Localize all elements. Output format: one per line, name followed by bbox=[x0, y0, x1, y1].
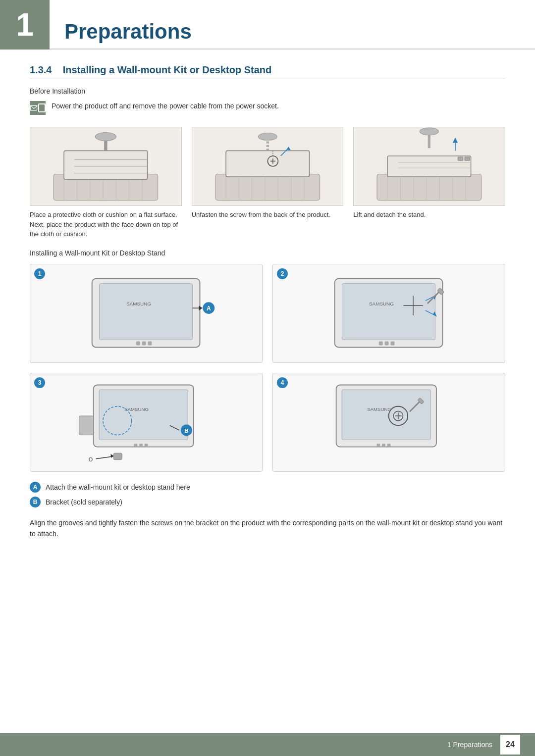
note-box: Power the product off and remove the pow… bbox=[30, 101, 505, 115]
main-content: 1.3.4 Installing a Wall-mount Kit or Des… bbox=[0, 64, 535, 579]
svg-text:A: A bbox=[207, 305, 211, 312]
chapter-number-block: 1 bbox=[0, 0, 50, 50]
svg-marker-56 bbox=[199, 306, 203, 311]
svg-text:SAMSUNG: SAMSUNG bbox=[369, 302, 394, 307]
step-3-content: SAMSUNG B O bbox=[30, 373, 262, 471]
step-badge-2: 2 bbox=[277, 268, 288, 279]
svg-rect-87 bbox=[114, 454, 122, 460]
section-title: Installing a Wall-mount Kit or Desktop S… bbox=[63, 64, 272, 75]
svg-rect-83 bbox=[79, 416, 94, 435]
section-heading: 1.3.4 Installing a Wall-mount Kit or Des… bbox=[30, 64, 505, 79]
wall-mount-label: Installing a Wall-mount Kit or Desktop S… bbox=[30, 249, 505, 257]
svg-rect-92 bbox=[382, 444, 386, 447]
legend-item-b: B Bracket (sold separately) bbox=[30, 497, 505, 507]
svg-rect-91 bbox=[377, 444, 380, 447]
before-image-1: Place a protective cloth or cushion on a… bbox=[30, 127, 182, 239]
step3-illustration: SAMSUNG B O bbox=[42, 378, 250, 466]
svg-rect-54 bbox=[148, 342, 152, 346]
step-4-content: SAMSUNG bbox=[273, 373, 505, 471]
note-icon-svg bbox=[30, 102, 38, 114]
step-row-1-2: 1 SAMSUNG bbox=[30, 264, 505, 363]
svg-line-85 bbox=[96, 456, 113, 459]
svg-rect-77 bbox=[140, 444, 143, 447]
step4-illustration: SAMSUNG bbox=[284, 378, 493, 466]
before-install-image-row: Place a protective cloth or cushion on a… bbox=[30, 127, 505, 239]
step1-illustration: SAMSUNG A bbox=[42, 269, 250, 357]
svg-text:SAMSUNG: SAMSUNG bbox=[368, 407, 392, 412]
chapter-title-area: Preparations bbox=[50, 0, 535, 50]
svg-rect-44 bbox=[465, 157, 470, 160]
step-badge-3: 3 bbox=[34, 377, 45, 388]
note-text: Power the product off and remove the pow… bbox=[52, 101, 279, 111]
step-box-4: 4 SAMSUNG bbox=[272, 373, 505, 472]
svg-marker-31 bbox=[286, 147, 290, 150]
before-image-3: Lift and detach the stand. bbox=[353, 127, 505, 239]
step-box-1: 1 SAMSUNG bbox=[30, 264, 263, 363]
svg-rect-93 bbox=[387, 444, 391, 447]
screw-illustration bbox=[192, 127, 343, 205]
page-header: 1 Preparations bbox=[0, 0, 535, 50]
svg-rect-71 bbox=[385, 342, 389, 346]
image-screw bbox=[192, 127, 344, 206]
step-box-2: 2 SAMSUNG bbox=[272, 264, 505, 363]
step-badge-4: 4 bbox=[277, 377, 288, 388]
page-footer: 1 Preparations 24 bbox=[0, 733, 535, 756]
footer-page-number: 24 bbox=[500, 735, 520, 755]
svg-rect-50 bbox=[100, 284, 193, 340]
svg-rect-9 bbox=[64, 151, 148, 179]
legend-badge-a: A bbox=[30, 482, 41, 493]
legend-badge-b: B bbox=[30, 497, 41, 507]
svg-rect-53 bbox=[142, 342, 146, 346]
before-installation-label: Before Installation bbox=[30, 87, 505, 95]
svg-marker-48 bbox=[453, 138, 458, 143]
step-badge-1: 1 bbox=[34, 268, 45, 279]
chapter-title: Preparations bbox=[64, 20, 192, 44]
svg-rect-72 bbox=[391, 342, 395, 346]
legend-text-a: Attach the wall-mount kit or desktop sta… bbox=[46, 483, 190, 491]
note-icon bbox=[30, 101, 46, 115]
legend-item-a: A Attach the wall-mount kit or desktop s… bbox=[30, 482, 505, 493]
svg-rect-76 bbox=[134, 444, 138, 447]
step-box-3: 3 SAMSUNG B bbox=[30, 373, 263, 472]
svg-text:B: B bbox=[185, 428, 189, 434]
caption-1: Place a protective cloth or cushion on a… bbox=[30, 210, 182, 239]
step-2-content: SAMSUNG bbox=[273, 264, 505, 362]
footer-section-label: 1 Preparations bbox=[447, 741, 492, 749]
image-cloth bbox=[30, 127, 182, 206]
svg-rect-70 bbox=[379, 342, 383, 346]
align-note: Align the grooves and tightly fasten the… bbox=[30, 517, 505, 540]
svg-rect-43 bbox=[458, 157, 464, 160]
svg-rect-60 bbox=[342, 284, 435, 340]
svg-text:SAMSUNG: SAMSUNG bbox=[125, 407, 149, 412]
section-number: 1.3.4 bbox=[30, 64, 52, 75]
svg-point-46 bbox=[420, 128, 439, 135]
svg-point-25 bbox=[258, 133, 277, 141]
svg-text:O: O bbox=[89, 456, 93, 462]
svg-text:SAMSUNG: SAMSUNG bbox=[126, 302, 151, 307]
chapter-number: 1 bbox=[16, 9, 34, 41]
step-1-content: SAMSUNG A bbox=[30, 264, 262, 362]
svg-rect-74 bbox=[100, 390, 188, 440]
legend-text-b: Bracket (sold separately) bbox=[46, 498, 122, 506]
image-lift bbox=[353, 127, 505, 206]
svg-rect-23 bbox=[226, 151, 310, 177]
svg-rect-89 bbox=[342, 390, 431, 440]
legend-area: A Attach the wall-mount kit or desktop s… bbox=[30, 482, 505, 507]
lift-illustration bbox=[354, 127, 505, 205]
before-image-2: Unfasten the screw from the back of the … bbox=[192, 127, 344, 239]
cloth-illustration bbox=[30, 127, 181, 205]
svg-point-11 bbox=[95, 133, 116, 141]
caption-2: Unfasten the screw from the back of the … bbox=[192, 210, 344, 220]
svg-rect-52 bbox=[136, 342, 140, 346]
svg-rect-78 bbox=[145, 444, 148, 447]
step2-illustration: SAMSUNG bbox=[284, 269, 493, 357]
caption-3: Lift and detach the stand. bbox=[353, 210, 505, 220]
step-row-3-4: 3 SAMSUNG B bbox=[30, 373, 505, 472]
